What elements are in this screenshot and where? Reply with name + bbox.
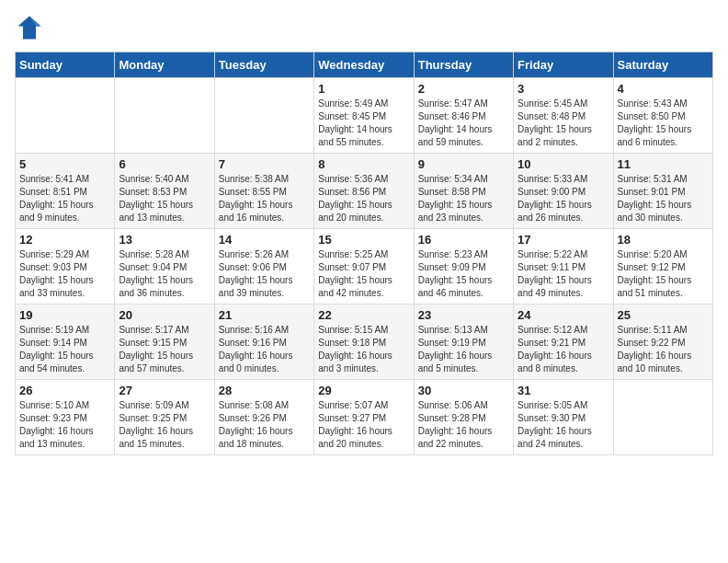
calendar-cell: 3Sunrise: 5:45 AM Sunset: 8:48 PM Daylig… — [514, 78, 613, 154]
calendar-cell: 29Sunrise: 5:07 AM Sunset: 9:27 PM Dayli… — [314, 380, 414, 455]
calendar-cell: 26Sunrise: 5:10 AM Sunset: 9:23 PM Dayli… — [16, 380, 115, 455]
calendar-cell: 16Sunrise: 5:23 AM Sunset: 9:09 PM Dayli… — [414, 229, 513, 304]
calendar-cell: 27Sunrise: 5:09 AM Sunset: 9:25 PM Dayli… — [115, 380, 214, 455]
day-info: Sunrise: 5:23 AM Sunset: 9:09 PM Dayligh… — [418, 248, 509, 300]
calendar-cell: 15Sunrise: 5:25 AM Sunset: 9:07 PM Dayli… — [314, 229, 414, 304]
day-number: 29 — [318, 384, 409, 397]
day-info: Sunrise: 5:08 AM Sunset: 9:26 PM Dayligh… — [219, 399, 310, 451]
calendar-cell: 14Sunrise: 5:26 AM Sunset: 9:06 PM Dayli… — [214, 229, 313, 304]
day-number: 13 — [119, 233, 210, 247]
day-number: 24 — [518, 308, 609, 322]
day-info: Sunrise: 5:10 AM Sunset: 9:23 PM Dayligh… — [19, 399, 110, 451]
day-number: 22 — [318, 308, 409, 322]
day-info: Sunrise: 5:28 AM Sunset: 9:04 PM Dayligh… — [119, 248, 210, 300]
day-info: Sunrise: 5:22 AM Sunset: 9:11 PM Dayligh… — [518, 248, 609, 300]
calendar-cell: 13Sunrise: 5:28 AM Sunset: 9:04 PM Dayli… — [115, 229, 214, 304]
day-number: 30 — [418, 384, 509, 397]
day-info: Sunrise: 5:29 AM Sunset: 9:03 PM Dayligh… — [19, 248, 110, 300]
calendar-cell: 30Sunrise: 5:06 AM Sunset: 9:28 PM Dayli… — [414, 380, 513, 455]
calendar-cell: 17Sunrise: 5:22 AM Sunset: 9:11 PM Dayli… — [514, 229, 613, 304]
day-number: 8 — [318, 157, 409, 171]
day-info: Sunrise: 5:33 AM Sunset: 9:00 PM Dayligh… — [518, 173, 609, 224]
day-info: Sunrise: 5:36 AM Sunset: 8:56 PM Dayligh… — [318, 173, 409, 224]
day-number: 10 — [518, 157, 609, 171]
calendar-cell: 7Sunrise: 5:38 AM Sunset: 8:55 PM Daylig… — [214, 154, 313, 229]
calendar-cell: 24Sunrise: 5:12 AM Sunset: 9:21 PM Dayli… — [514, 304, 613, 380]
calendar-cell: 10Sunrise: 5:33 AM Sunset: 9:00 PM Dayli… — [514, 154, 613, 229]
calendar-cell: 23Sunrise: 5:13 AM Sunset: 9:19 PM Dayli… — [414, 304, 513, 380]
day-info: Sunrise: 5:34 AM Sunset: 8:58 PM Dayligh… — [418, 173, 509, 224]
day-number: 2 — [418, 82, 509, 96]
day-info: Sunrise: 5:13 AM Sunset: 9:19 PM Dayligh… — [418, 324, 509, 375]
svg-marker-0 — [17, 16, 40, 39]
calendar-cell: 1Sunrise: 5:49 AM Sunset: 8:45 PM Daylig… — [314, 78, 414, 154]
day-number: 19 — [19, 308, 110, 322]
page-header — [15, 15, 713, 40]
calendar-week-row: 1Sunrise: 5:49 AM Sunset: 8:45 PM Daylig… — [16, 78, 713, 154]
calendar-header-thursday: Thursday — [414, 52, 513, 78]
day-number: 6 — [119, 157, 210, 171]
day-number: 16 — [418, 233, 509, 247]
calendar-cell: 5Sunrise: 5:41 AM Sunset: 8:51 PM Daylig… — [16, 154, 115, 229]
calendar-cell: 19Sunrise: 5:19 AM Sunset: 9:14 PM Dayli… — [16, 304, 115, 380]
calendar-header-row: SundayMondayTuesdayWednesdayThursdayFrid… — [16, 52, 713, 78]
day-number: 5 — [19, 157, 110, 171]
calendar-header-sunday: Sunday — [16, 52, 115, 78]
logo — [15, 15, 42, 40]
calendar-cell: 12Sunrise: 5:29 AM Sunset: 9:03 PM Dayli… — [16, 229, 115, 304]
day-number: 25 — [618, 308, 709, 322]
day-info: Sunrise: 5:31 AM Sunset: 9:01 PM Dayligh… — [618, 173, 709, 224]
day-number: 31 — [518, 384, 609, 397]
day-number: 17 — [518, 233, 609, 247]
calendar-header-tuesday: Tuesday — [214, 52, 313, 78]
calendar-cell: 4Sunrise: 5:43 AM Sunset: 8:50 PM Daylig… — [613, 78, 712, 154]
day-info: Sunrise: 5:12 AM Sunset: 9:21 PM Dayligh… — [518, 324, 609, 375]
day-number: 20 — [119, 308, 210, 322]
calendar-week-row: 12Sunrise: 5:29 AM Sunset: 9:03 PM Dayli… — [16, 229, 713, 304]
calendar-cell: 18Sunrise: 5:20 AM Sunset: 9:12 PM Dayli… — [613, 229, 712, 304]
day-info: Sunrise: 5:16 AM Sunset: 9:16 PM Dayligh… — [219, 324, 310, 375]
day-info: Sunrise: 5:47 AM Sunset: 8:46 PM Dayligh… — [418, 98, 509, 149]
day-info: Sunrise: 5:19 AM Sunset: 9:14 PM Dayligh… — [19, 324, 110, 375]
calendar-header-wednesday: Wednesday — [314, 52, 414, 78]
day-info: Sunrise: 5:05 AM Sunset: 9:30 PM Dayligh… — [518, 399, 609, 451]
day-info: Sunrise: 5:41 AM Sunset: 8:51 PM Dayligh… — [19, 173, 110, 224]
calendar-header-saturday: Saturday — [613, 52, 712, 78]
day-number: 9 — [418, 157, 509, 171]
calendar-cell: 20Sunrise: 5:17 AM Sunset: 9:15 PM Dayli… — [115, 304, 214, 380]
day-info: Sunrise: 5:11 AM Sunset: 9:22 PM Dayligh… — [618, 324, 709, 375]
day-number: 27 — [119, 384, 210, 397]
day-number: 15 — [318, 233, 409, 247]
day-number: 11 — [618, 157, 709, 171]
day-info: Sunrise: 5:15 AM Sunset: 9:18 PM Dayligh… — [318, 324, 409, 375]
calendar-cell: 25Sunrise: 5:11 AM Sunset: 9:22 PM Dayli… — [613, 304, 712, 380]
calendar-cell — [613, 380, 712, 455]
calendar-table: SundayMondayTuesdayWednesdayThursdayFrid… — [15, 52, 713, 455]
day-number: 3 — [518, 82, 609, 96]
day-number: 7 — [219, 157, 310, 171]
day-info: Sunrise: 5:20 AM Sunset: 9:12 PM Dayligh… — [618, 248, 709, 300]
day-info: Sunrise: 5:25 AM Sunset: 9:07 PM Dayligh… — [318, 248, 409, 300]
day-number: 18 — [618, 233, 709, 247]
calendar-cell — [214, 78, 313, 154]
day-info: Sunrise: 5:17 AM Sunset: 9:15 PM Dayligh… — [119, 324, 210, 375]
calendar-cell: 21Sunrise: 5:16 AM Sunset: 9:16 PM Dayli… — [214, 304, 313, 380]
day-info: Sunrise: 5:49 AM Sunset: 8:45 PM Dayligh… — [318, 98, 409, 149]
calendar-header-monday: Monday — [115, 52, 214, 78]
day-number: 28 — [219, 384, 310, 397]
day-number: 21 — [219, 308, 310, 322]
calendar-week-row: 5Sunrise: 5:41 AM Sunset: 8:51 PM Daylig… — [16, 154, 713, 229]
day-number: 26 — [19, 384, 110, 397]
calendar-cell: 28Sunrise: 5:08 AM Sunset: 9:26 PM Dayli… — [214, 380, 313, 455]
calendar-cell: 9Sunrise: 5:34 AM Sunset: 8:58 PM Daylig… — [414, 154, 513, 229]
day-number: 4 — [618, 82, 709, 96]
day-number: 12 — [19, 233, 110, 247]
calendar-cell: 11Sunrise: 5:31 AM Sunset: 9:01 PM Dayli… — [613, 154, 712, 229]
calendar-cell — [16, 78, 115, 154]
day-info: Sunrise: 5:45 AM Sunset: 8:48 PM Dayligh… — [518, 98, 609, 149]
day-info: Sunrise: 5:40 AM Sunset: 8:53 PM Dayligh… — [119, 173, 210, 224]
logo-icon — [17, 15, 42, 40]
day-number: 1 — [318, 82, 409, 96]
day-info: Sunrise: 5:43 AM Sunset: 8:50 PM Dayligh… — [618, 98, 709, 149]
day-number: 23 — [418, 308, 509, 322]
